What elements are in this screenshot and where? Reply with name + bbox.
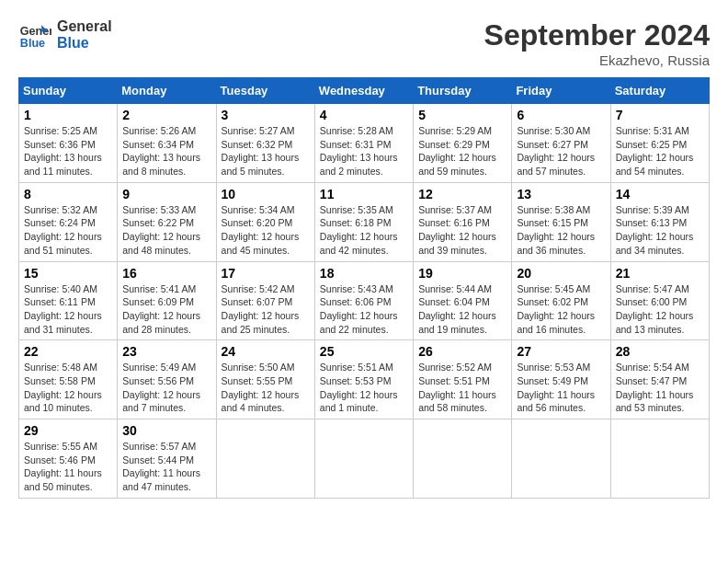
calendar-cell: 6Sunrise: 5:30 AM Sunset: 6:27 PM Daylig… <box>512 104 610 183</box>
day-number: 24 <box>222 344 310 359</box>
calendar-cell <box>414 419 512 499</box>
day-number: 26 <box>418 344 506 359</box>
day-info: Sunrise: 5:37 AM Sunset: 6:16 PM Dayligh… <box>418 203 506 258</box>
weekday-friday: Friday <box>512 78 610 104</box>
weekday-wednesday: Wednesday <box>314 78 413 104</box>
day-info: Sunrise: 5:52 AM Sunset: 5:51 PM Dayligh… <box>418 361 506 415</box>
day-number: 27 <box>517 344 605 359</box>
day-number: 5 <box>418 108 506 122</box>
day-info: Sunrise: 5:34 AM Sunset: 6:20 PM Dayligh… <box>222 203 310 258</box>
calendar-cell: 7Sunrise: 5:31 AM Sunset: 6:25 PM Daylig… <box>610 104 709 183</box>
calendar-cell: 28Sunrise: 5:54 AM Sunset: 5:47 PM Dayli… <box>610 340 709 419</box>
day-number: 22 <box>24 344 112 359</box>
day-info: Sunrise: 5:27 AM Sunset: 6:32 PM Dayligh… <box>222 124 310 178</box>
calendar-cell: 16Sunrise: 5:41 AM Sunset: 6:09 PM Dayli… <box>118 261 216 340</box>
calendar-cell: 12Sunrise: 5:37 AM Sunset: 6:16 PM Dayli… <box>414 182 512 261</box>
day-info: Sunrise: 5:50 AM Sunset: 5:55 PM Dayligh… <box>222 361 310 415</box>
logo-general: General <box>57 18 112 35</box>
month-title: September 2024 <box>484 18 710 52</box>
day-info: Sunrise: 5:57 AM Sunset: 5:44 PM Dayligh… <box>122 440 210 494</box>
calendar-cell <box>610 419 709 499</box>
calendar-cell: 17Sunrise: 5:42 AM Sunset: 6:07 PM Dayli… <box>216 261 314 340</box>
calendar-cell: 27Sunrise: 5:53 AM Sunset: 5:49 PM Dayli… <box>512 340 610 419</box>
day-info: Sunrise: 5:54 AM Sunset: 5:47 PM Dayligh… <box>616 361 704 415</box>
day-number: 15 <box>24 266 112 281</box>
day-number: 4 <box>320 108 408 122</box>
day-number: 28 <box>616 344 704 359</box>
day-number: 14 <box>616 187 704 201</box>
weekday-sunday: Sunday <box>19 78 118 104</box>
calendar-cell: 3Sunrise: 5:27 AM Sunset: 6:32 PM Daylig… <box>216 104 314 183</box>
logo-blue: Blue <box>57 35 112 52</box>
logo: General Blue General Blue <box>18 18 112 52</box>
day-number: 10 <box>222 187 310 201</box>
day-number: 29 <box>24 423 112 438</box>
day-info: Sunrise: 5:47 AM Sunset: 6:00 PM Dayligh… <box>616 282 704 337</box>
calendar-cell: 20Sunrise: 5:45 AM Sunset: 6:02 PM Dayli… <box>512 261 610 340</box>
svg-text:Blue: Blue <box>20 37 45 50</box>
calendar-week-1: 1Sunrise: 5:25 AM Sunset: 6:36 PM Daylig… <box>19 104 710 183</box>
day-info: Sunrise: 5:38 AM Sunset: 6:15 PM Dayligh… <box>517 203 605 258</box>
calendar-cell: 23Sunrise: 5:49 AM Sunset: 5:56 PM Dayli… <box>118 340 216 419</box>
day-number: 11 <box>320 187 408 201</box>
calendar-week-3: 15Sunrise: 5:40 AM Sunset: 6:11 PM Dayli… <box>19 261 710 340</box>
page-header: General Blue General Blue September 2024… <box>18 18 710 68</box>
day-info: Sunrise: 5:32 AM Sunset: 6:24 PM Dayligh… <box>24 203 112 258</box>
day-number: 16 <box>122 266 210 281</box>
day-info: Sunrise: 5:28 AM Sunset: 6:31 PM Dayligh… <box>320 124 408 178</box>
calendar-cell: 10Sunrise: 5:34 AM Sunset: 6:20 PM Dayli… <box>216 182 314 261</box>
weekday-saturday: Saturday <box>610 78 709 104</box>
calendar-cell: 19Sunrise: 5:44 AM Sunset: 6:04 PM Dayli… <box>414 261 512 340</box>
calendar-cell: 2Sunrise: 5:26 AM Sunset: 6:34 PM Daylig… <box>118 104 216 183</box>
weekday-tuesday: Tuesday <box>216 78 314 104</box>
calendar-cell: 24Sunrise: 5:50 AM Sunset: 5:55 PM Dayli… <box>216 340 314 419</box>
day-number: 9 <box>122 187 210 201</box>
calendar-table: SundayMondayTuesdayWednesdayThursdayFrid… <box>18 77 710 499</box>
day-info: Sunrise: 5:44 AM Sunset: 6:04 PM Dayligh… <box>418 282 506 337</box>
day-info: Sunrise: 5:25 AM Sunset: 6:36 PM Dayligh… <box>24 124 112 178</box>
day-info: Sunrise: 5:48 AM Sunset: 5:58 PM Dayligh… <box>24 361 112 415</box>
calendar-cell: 9Sunrise: 5:33 AM Sunset: 6:22 PM Daylig… <box>118 182 216 261</box>
day-number: 30 <box>122 423 210 438</box>
day-number: 12 <box>418 187 506 201</box>
day-info: Sunrise: 5:26 AM Sunset: 6:34 PM Dayligh… <box>122 124 210 178</box>
day-info: Sunrise: 5:29 AM Sunset: 6:29 PM Dayligh… <box>418 124 506 178</box>
title-block: September 2024 Ekazhevo, Russia <box>484 18 710 68</box>
calendar-week-5: 29Sunrise: 5:55 AM Sunset: 5:46 PM Dayli… <box>19 419 710 499</box>
day-info: Sunrise: 5:43 AM Sunset: 6:06 PM Dayligh… <box>320 282 408 337</box>
day-info: Sunrise: 5:42 AM Sunset: 6:07 PM Dayligh… <box>222 282 310 337</box>
weekday-monday: Monday <box>118 78 216 104</box>
weekday-thursday: Thursday <box>414 78 512 104</box>
day-number: 21 <box>616 266 704 281</box>
calendar-cell: 15Sunrise: 5:40 AM Sunset: 6:11 PM Dayli… <box>19 261 118 340</box>
calendar-cell: 26Sunrise: 5:52 AM Sunset: 5:51 PM Dayli… <box>414 340 512 419</box>
day-info: Sunrise: 5:40 AM Sunset: 6:11 PM Dayligh… <box>24 282 112 337</box>
weekday-header-row: SundayMondayTuesdayWednesdayThursdayFrid… <box>19 78 710 104</box>
day-info: Sunrise: 5:39 AM Sunset: 6:13 PM Dayligh… <box>616 203 704 258</box>
day-number: 3 <box>222 108 310 122</box>
calendar-cell: 11Sunrise: 5:35 AM Sunset: 6:18 PM Dayli… <box>314 182 413 261</box>
calendar-cell <box>216 419 314 499</box>
calendar-cell: 4Sunrise: 5:28 AM Sunset: 6:31 PM Daylig… <box>314 104 413 183</box>
day-number: 17 <box>222 266 310 281</box>
day-info: Sunrise: 5:55 AM Sunset: 5:46 PM Dayligh… <box>24 440 112 494</box>
calendar-cell: 30Sunrise: 5:57 AM Sunset: 5:44 PM Dayli… <box>118 419 216 499</box>
day-number: 19 <box>418 266 506 281</box>
day-number: 25 <box>320 344 408 359</box>
day-info: Sunrise: 5:49 AM Sunset: 5:56 PM Dayligh… <box>122 361 210 415</box>
day-number: 20 <box>517 266 605 281</box>
day-number: 6 <box>517 108 605 122</box>
day-info: Sunrise: 5:41 AM Sunset: 6:09 PM Dayligh… <box>122 282 210 337</box>
day-info: Sunrise: 5:30 AM Sunset: 6:27 PM Dayligh… <box>517 124 605 178</box>
calendar-cell <box>512 419 610 499</box>
day-info: Sunrise: 5:31 AM Sunset: 6:25 PM Dayligh… <box>616 124 704 178</box>
calendar-cell: 29Sunrise: 5:55 AM Sunset: 5:46 PM Dayli… <box>19 419 118 499</box>
location-subtitle: Ekazhevo, Russia <box>484 52 710 68</box>
day-number: 1 <box>24 108 112 122</box>
day-info: Sunrise: 5:35 AM Sunset: 6:18 PM Dayligh… <box>320 203 408 258</box>
day-number: 7 <box>616 108 704 122</box>
day-number: 23 <box>122 344 210 359</box>
day-info: Sunrise: 5:51 AM Sunset: 5:53 PM Dayligh… <box>320 361 408 415</box>
calendar-cell: 25Sunrise: 5:51 AM Sunset: 5:53 PM Dayli… <box>314 340 413 419</box>
day-number: 2 <box>122 108 210 122</box>
